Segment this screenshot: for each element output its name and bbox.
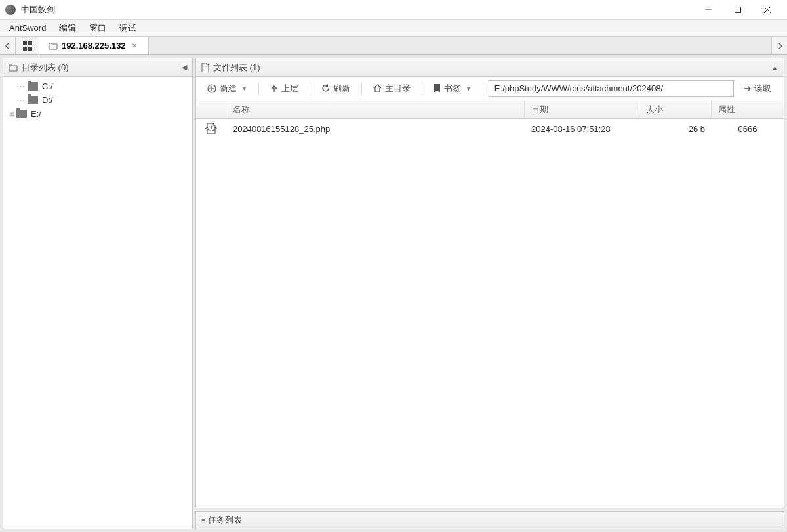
refresh-icon [321, 84, 330, 92]
directory-panel-header: 目录列表 (0) ◀ [3, 58, 192, 77]
close-button[interactable] [752, 0, 782, 20]
tab-active[interactable]: 192.168.225.132 ✕ [39, 37, 149, 54]
file-table-body: </> 20240816155128_25.php 2024-08-16 07:… [196, 119, 784, 508]
menu-bar: AntSword 编辑 窗口 调试 [0, 20, 787, 37]
separator [310, 82, 310, 95]
folder-icon [28, 96, 38, 104]
svg-text:</>: </> [205, 123, 217, 133]
file-panel-header: 文件列表 (1) ▲ [196, 58, 784, 77]
tab-grid-button[interactable] [16, 37, 39, 54]
tree-item-label: E:/ [31, 109, 41, 119]
file-date: 2024-08-16 07:51:28 [525, 124, 639, 134]
bookmark-button[interactable]: 书签 ▼ [428, 79, 477, 98]
file-attr: 0666 [712, 124, 784, 134]
app-icon [5, 5, 16, 15]
table-row[interactable]: </> 20240816155128_25.php 2024-08-16 07:… [196, 119, 784, 138]
collapse-left-icon[interactable]: ◀ [182, 63, 187, 72]
folder-icon [16, 110, 27, 118]
up-label: 上层 [281, 83, 298, 94]
directory-panel-title: 目录列表 (0) [22, 62, 69, 73]
main-area: 目录列表 (0) ◀ ⋯ C:/ ⋯ D:/ ⊞ E:/ [0, 55, 787, 532]
arrow-up-icon [270, 85, 278, 92]
tree-item-label: D:/ [42, 95, 53, 105]
separator [483, 82, 483, 95]
maximize-button[interactable] [723, 0, 752, 20]
folder-icon [9, 63, 18, 72]
minimize-button[interactable] [693, 0, 723, 20]
file-table-header: 名称 日期 大小 属性 [196, 100, 784, 119]
right-panels: 文件列表 (1) ▲ 新建 ▼ 上层 [195, 58, 784, 529]
column-name[interactable]: 名称 [226, 100, 525, 118]
separator [361, 82, 362, 95]
up-button[interactable]: 上层 [264, 79, 304, 98]
caret-down-icon: ▼ [241, 85, 247, 92]
caret-down-icon: ▼ [466, 85, 472, 92]
collapse-up-icon[interactable]: ▲ [771, 64, 778, 72]
tree-item-d[interactable]: ⋯ D:/ [3, 93, 192, 107]
menu-window[interactable]: 窗口 [83, 20, 113, 36]
tab-spacer [149, 37, 771, 54]
svg-rect-3 [23, 47, 27, 51]
task-panel-header[interactable]: ≡ 任务列表 [196, 512, 784, 529]
tree-item-label: C:/ [42, 81, 53, 91]
file-type-icon: </> [196, 123, 226, 134]
file-panel-title: 文件列表 (1) [213, 62, 260, 73]
refresh-button[interactable]: 刷新 [315, 79, 356, 98]
svg-rect-2 [28, 41, 32, 45]
column-attr[interactable]: 属性 [712, 100, 784, 118]
file-name: 20240816155128_25.php [226, 124, 525, 134]
tab-bar: 192.168.225.132 ✕ [0, 37, 787, 55]
directory-panel: 目录列表 (0) ◀ ⋯ C:/ ⋯ D:/ ⊞ E:/ [3, 58, 193, 529]
bookmark-label: 书签 [444, 83, 461, 94]
home-icon [373, 84, 382, 92]
read-button[interactable]: 读取 [737, 79, 778, 98]
separator [258, 82, 259, 95]
file-toolbar: 新建 ▼ 上层 刷新 [196, 77, 784, 100]
tab-close-button[interactable]: ✕ [130, 41, 139, 51]
separator [422, 82, 422, 95]
new-button[interactable]: 新建 ▼ [201, 79, 253, 98]
directory-tree: ⋯ C:/ ⋯ D:/ ⊞ E:/ [3, 77, 192, 529]
file-size: 26 b [639, 124, 712, 134]
read-label: 读取 [754, 83, 771, 94]
window-title: 中国蚁剑 [21, 4, 693, 16]
list-icon: ≡ [201, 516, 204, 524]
file-icon [201, 63, 209, 72]
path-input[interactable] [489, 80, 734, 97]
column-size[interactable]: 大小 [639, 100, 712, 118]
tab-prev-button[interactable] [0, 37, 16, 54]
new-label: 新建 [220, 83, 237, 94]
tab-label: 192.168.225.132 [62, 41, 126, 51]
menu-debug[interactable]: 调试 [113, 20, 143, 36]
tree-item-e[interactable]: ⊞ E:/ [3, 107, 192, 121]
title-bar: 中国蚁剑 [0, 0, 787, 20]
svg-rect-1 [23, 41, 27, 45]
svg-rect-4 [28, 47, 32, 51]
task-panel-title: 任务列表 [208, 514, 242, 526]
home-label: 主目录 [385, 83, 411, 94]
tab-next-button[interactable] [771, 37, 787, 54]
column-icon[interactable] [196, 100, 226, 118]
folder-icon [28, 82, 38, 91]
home-button[interactable]: 主目录 [367, 79, 416, 98]
plus-circle-icon [207, 84, 216, 93]
file-panel: 文件列表 (1) ▲ 新建 ▼ 上层 [195, 58, 784, 508]
column-date[interactable]: 日期 [525, 100, 639, 118]
bookmark-icon [434, 84, 441, 92]
tree-item-c[interactable]: ⋯ C:/ [3, 79, 192, 93]
menu-edit[interactable]: 编辑 [52, 20, 83, 36]
svg-rect-0 [735, 7, 740, 12]
folder-icon [49, 41, 58, 51]
refresh-label: 刷新 [333, 83, 350, 94]
arrow-right-icon [744, 85, 752, 92]
menu-antsword[interactable]: AntSword [3, 21, 52, 35]
window-controls [693, 0, 782, 20]
task-panel: ≡ 任务列表 [195, 511, 784, 529]
expander-plus-icon[interactable]: ⊞ [7, 110, 16, 117]
